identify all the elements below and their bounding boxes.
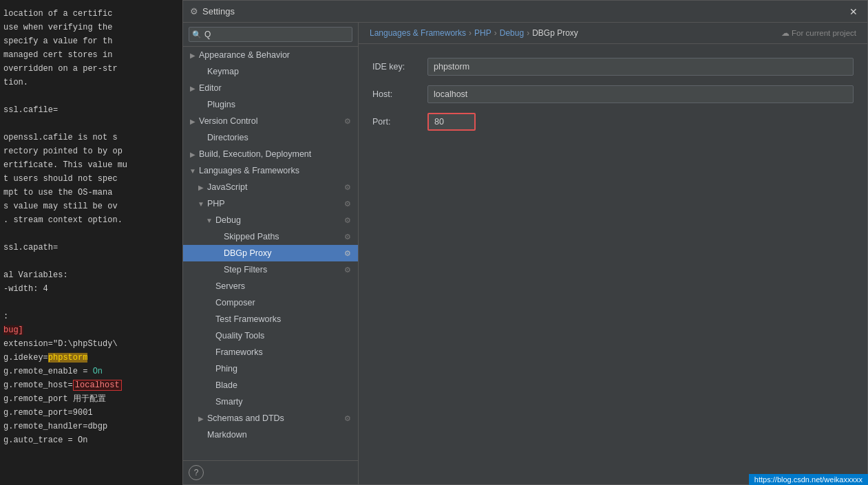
sidebar-item-directories[interactable]: Directories: [183, 129, 358, 146]
code-line: g.auto_trace = On: [3, 433, 179, 447]
sidebar-item-label: Blade: [215, 380, 352, 390]
settings-cog-icon: ⚙: [343, 265, 352, 274]
arrow-icon: ▼: [189, 166, 197, 175]
url-text: https://blog.csdn.net/weikaxxxxx: [754, 475, 862, 484]
sidebar-item-frameworks[interactable]: Frameworks: [183, 344, 358, 360]
code-line: al Variables:: [3, 268, 179, 282]
ide-key-label: IDE key:: [372, 62, 421, 72]
code-line: [3, 227, 179, 241]
sidebar-item-label: Markdown: [207, 430, 352, 440]
sidebar-item-label: Test Frameworks: [215, 314, 352, 324]
code-line: overridden on a per-str: [3, 62, 179, 76]
settings-cog-icon: ⚙: [343, 199, 352, 208]
port-row: Port:: [372, 113, 854, 131]
settings-cog-icon: ⚙: [343, 116, 352, 126]
code-line: s value may still be ov: [3, 200, 179, 213]
sidebar-item-appearance[interactable]: ▶ Appearance & Behavior: [183, 47, 358, 63]
code-line: [3, 89, 179, 103]
sidebar-item-label: Skipped Paths: [224, 232, 343, 241]
tree-container: ▶ Appearance & Behavior Keymap ▶ Editor …: [183, 47, 358, 460]
ide-key-input[interactable]: [427, 58, 854, 76]
sidebar-item-label: Keymap: [207, 67, 352, 76]
sidebar-item-smarty[interactable]: Smarty: [183, 394, 358, 410]
title-bar: ⚙ Settings ✕: [183, 1, 867, 23]
search-icon: 🔍: [192, 30, 202, 39]
settings-cog-icon: ⚙: [343, 248, 352, 258]
breadcrumb-sep: ›: [494, 28, 497, 38]
sidebar-bottom: ?: [183, 460, 358, 484]
sidebar-item-plugins[interactable]: Plugins: [183, 96, 358, 113]
sidebar-item-skipped-paths[interactable]: Skipped Paths ⚙: [183, 228, 358, 245]
arrow-icon: [197, 133, 205, 142]
arrow-icon: ▶: [189, 51, 197, 59]
sidebar-item-javascript[interactable]: ▶ JavaScript ⚙: [183, 179, 358, 195]
sidebar-item-label: Version Control: [199, 116, 343, 126]
arrow-icon: [205, 282, 213, 290]
settings-cog-icon: ⚙: [343, 215, 352, 225]
arrow-icon: [205, 315, 213, 323]
code-line: openssl.cafile is not s: [3, 131, 179, 144]
arrow-icon: [205, 365, 213, 373]
sidebar-item-quality-tools[interactable]: Quality Tools: [183, 327, 358, 344]
code-line: g.remote_host=localhost: [3, 378, 179, 392]
dialog-body: 🔍 ▶ Appearance & Behavior Keymap ▶ Edito…: [183, 23, 867, 484]
arrow-icon: [205, 332, 213, 340]
sidebar-item-keymap[interactable]: Keymap: [183, 63, 358, 80]
arrow-icon: [205, 381, 213, 389]
title-bar-left: ⚙ Settings: [190, 6, 235, 17]
ide-key-row: IDE key:: [372, 58, 854, 76]
code-line: [3, 255, 179, 268]
sidebar-item-label: DBGp Proxy: [224, 248, 343, 258]
code-line: use when verifying the: [3, 21, 179, 34]
sidebar-item-version-control[interactable]: ▶ Version Control ⚙: [183, 113, 358, 129]
arrow-icon: [197, 431, 205, 439]
code-line: -width: 4: [3, 282, 179, 296]
arrow-icon: [213, 249, 222, 257]
help-button[interactable]: ?: [189, 465, 204, 480]
code-line: ertificate. This value mu: [3, 158, 179, 172]
sidebar-item-php[interactable]: ▼ PHP ⚙: [183, 195, 358, 212]
sidebar-item-debug[interactable]: ▼ Debug ⚙: [183, 212, 358, 228]
sidebar-item-label: Step Filters: [224, 265, 343, 274]
port-input[interactable]: [427, 113, 476, 131]
code-line: rectory pointed to by op: [3, 144, 179, 158]
sidebar-item-schemas[interactable]: ▶ Schemas and DTDs ⚙: [183, 410, 358, 427]
host-row: Host:: [372, 85, 854, 103]
search-box: 🔍: [183, 23, 358, 47]
settings-sidebar: 🔍 ▶ Appearance & Behavior Keymap ▶ Edito…: [183, 23, 359, 484]
sidebar-item-test-frameworks[interactable]: Test Frameworks: [183, 311, 358, 327]
arrow-icon: [205, 299, 213, 307]
settings-cog-icon: ⚙: [343, 232, 352, 241]
code-line: bug]: [3, 323, 179, 337]
breadcrumb-current: DBGp Proxy: [532, 28, 578, 38]
sidebar-item-editor[interactable]: ▶ Editor: [183, 80, 358, 96]
close-button[interactable]: ✕: [847, 5, 860, 19]
breadcrumb-sep: ›: [527, 28, 529, 38]
breadcrumb-debug[interactable]: Debug: [500, 28, 524, 38]
host-input[interactable]: [427, 85, 854, 103]
sidebar-item-build[interactable]: ▶ Build, Execution, Deployment: [183, 146, 358, 162]
breadcrumb-languages[interactable]: Languages & Frameworks: [370, 28, 466, 38]
breadcrumb-sep: ›: [469, 28, 472, 38]
search-input[interactable]: [189, 27, 352, 42]
content-panel: Languages & Frameworks › PHP › Debug › D…: [359, 23, 867, 484]
sidebar-item-phing[interactable]: Phing: [183, 360, 358, 377]
code-line: mpt to use the OS-mana: [3, 186, 179, 200]
sidebar-item-markdown[interactable]: Markdown: [183, 427, 358, 443]
code-line: . stream context option.: [3, 213, 179, 227]
sidebar-item-label: Debug: [215, 215, 343, 225]
code-line: [3, 296, 179, 310]
arrow-icon: ▶: [189, 84, 197, 92]
sidebar-item-composer[interactable]: Composer: [183, 294, 358, 311]
sidebar-item-blade[interactable]: Blade: [183, 377, 358, 394]
sidebar-item-languages[interactable]: ▼ Languages & Frameworks: [183, 162, 358, 179]
sidebar-item-servers[interactable]: Servers: [183, 278, 358, 294]
code-line: tion.: [3, 76, 179, 89]
sidebar-item-dbgp-proxy[interactable]: DBGp Proxy ⚙: [183, 245, 358, 261]
code-line: g.idekey=phpstorm: [3, 351, 179, 365]
code-line: [3, 117, 179, 131]
sidebar-item-step-filters[interactable]: Step Filters ⚙: [183, 261, 358, 278]
port-label: Port:: [372, 117, 421, 127]
breadcrumb-php[interactable]: PHP: [474, 28, 491, 38]
arrow-icon: ▶: [189, 150, 197, 158]
